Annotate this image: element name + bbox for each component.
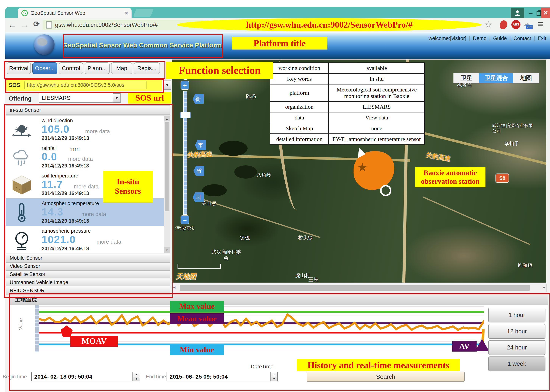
scrollbar-thumb[interactable]: [165, 122, 169, 211]
chart-title-bar: 土壤温度: [10, 294, 548, 305]
profile-button[interactable]: [511, 7, 524, 18]
close-button[interactable]: ✕: [541, 7, 550, 18]
link-demo[interactable]: Demo: [473, 35, 487, 41]
page-icon: [46, 21, 52, 28]
arrow-up-icon[interactable]: ▲: [271, 372, 277, 377]
link-contact[interactable]: Contact: [514, 35, 531, 41]
map-label: 武汉恒信源药业有限公司: [492, 123, 534, 134]
abs-adblock-icon[interactable]: ABS: [511, 20, 521, 29]
arrow-down-icon[interactable]: ▼: [133, 377, 140, 381]
search-button[interactable]: Search: [307, 371, 465, 382]
zoom-slider[interactable]: [183, 91, 187, 215]
sensor-list-scrollbar[interactable]: ▲ ▼: [164, 116, 170, 253]
map-label: 梁魏: [240, 235, 250, 241]
range-1week-button[interactable]: 1 week: [488, 357, 545, 371]
welcome-text: welcome:[visitor]: [428, 35, 466, 41]
begin-time-label: BeginTime: [3, 374, 27, 380]
layer-satellite-button[interactable]: 卫星: [454, 73, 479, 83]
end-time-stepper[interactable]: ▲▼: [270, 372, 278, 381]
begin-time-stepper[interactable]: ▲▼: [133, 372, 140, 381]
sensor-item-atmospheric-pressure[interactable]: atmospheric pressure 1021.0 more data 20…: [6, 226, 164, 253]
tab-control[interactable]: Control: [59, 62, 83, 74]
x-axis-label: DateTime: [243, 364, 281, 370]
sensor-item-atmospheric-temperature[interactable]: Atmospheric temperature 14.3 more data 2…: [6, 198, 164, 226]
zoom-in-button[interactable]: +: [181, 81, 189, 90]
link-guide[interactable]: Guide: [493, 35, 507, 41]
sos-label: SOS: [9, 82, 20, 88]
begin-time-input[interactable]: 2014- 02- 18 09: 50:04: [31, 372, 133, 381]
star-icon: ★: [357, 160, 368, 174]
map-label: 武汉庙岭村委会: [210, 249, 242, 261]
new-tab-button[interactable]: [133, 9, 154, 17]
zoom-out-button[interactable]: –: [181, 216, 189, 224]
sensor-timestamp: 2014/12/29 16:49:13: [42, 163, 89, 169]
sensor-item-rainfall[interactable]: rainfall mm 0.0 more data 2014/12/29 16:…: [6, 143, 164, 171]
min-value-annotation: Min value: [170, 344, 224, 355]
range-12hour-button[interactable]: 12 hour: [488, 324, 545, 339]
page-title: GeoSpatial Sensor Web Common Service Pla…: [62, 41, 222, 49]
more-data-link[interactable]: more data: [85, 128, 110, 135]
scrollbar-thumb[interactable]: [180, 285, 530, 291]
more-data-link[interactable]: more data: [81, 211, 106, 217]
moav-annotation: MOAV: [70, 336, 118, 347]
map-label: 李扣子: [504, 140, 519, 147]
popup-row: detailed informationFY-T1 atmospheric te…: [270, 134, 425, 145]
map-horizontal-scrollbar[interactable]: ◄ ►: [172, 284, 547, 292]
forward-icon[interactable]: →: [21, 20, 29, 30]
more-data-link[interactable]: more data: [96, 239, 121, 245]
max-value-annotation: Max value: [170, 301, 224, 312]
category-rfid-sensor[interactable]: RFID SENSOR: [6, 287, 170, 294]
tab-map[interactable]: Map: [111, 62, 132, 74]
user-icon: [514, 9, 521, 16]
zoom-slider-handle[interactable]: –: [180, 112, 191, 118]
end-time-input[interactable]: 2015- 06- 25 09: 50:04: [166, 372, 270, 381]
more-data-link[interactable]: more data: [68, 156, 93, 162]
category-video-sensor[interactable]: Video Sensor: [6, 262, 170, 270]
arrow-down-icon[interactable]: ▼: [164, 247, 170, 253]
tab-retrival[interactable]: Retrival: [7, 62, 31, 74]
category-unmanned-vehicle-image[interactable]: Unmanned Vehicle Image: [6, 279, 170, 286]
insitu-sensor-header[interactable]: in-stu Sensor: [6, 105, 170, 115]
layer-map-button[interactable]: 地图: [513, 73, 539, 83]
arrow-right-icon[interactable]: ►: [542, 285, 546, 290]
link-exit[interactable]: Exit: [538, 35, 546, 41]
map-layer-switcher: 卫星 卫星混合 地图: [453, 73, 539, 83]
arrow-left-icon[interactable]: ◄: [173, 285, 176, 290]
arrow-up-icon[interactable]: ▲: [164, 116, 170, 121]
view-data-link[interactable]: View data: [329, 112, 425, 123]
reload-icon[interactable]: ⟳: [33, 20, 40, 28]
map-label: 陈杨: [246, 93, 256, 100]
mean-value-annotation: Mean value: [170, 313, 224, 324]
bookmark-star-icon[interactable]: ☆: [485, 19, 492, 29]
popup-row: Sketch Mapnone: [270, 123, 425, 134]
sos-dropdown-button[interactable]: ▼: [164, 81, 171, 90]
url-text[interactable]: gsw.whu.edu.cn:9002/SensorWebPro/#: [55, 21, 158, 28]
more-data-link[interactable]: more data: [74, 183, 99, 190]
sensor-timestamp: 2014/12/29 16:49:13: [42, 218, 89, 224]
sensor-item-wind-direction[interactable]: wind direction 105.0 more data 2014/12/2…: [6, 115, 164, 143]
offering-select[interactable]: LIESMARS: [39, 93, 121, 103]
tab-close-icon[interactable]: ×: [125, 10, 128, 16]
arrow-up-icon[interactable]: ▲: [133, 372, 140, 377]
category-satellite-sensor[interactable]: Satellite Sensor: [6, 271, 170, 278]
marker-ring: [380, 185, 391, 196]
range-24hour-button[interactable]: 24 hour: [488, 340, 545, 355]
tab-planning[interactable]: Plann...: [85, 62, 109, 74]
offering-dropdown-button[interactable]: ▼: [113, 93, 121, 102]
tab-observation[interactable]: Obser...: [32, 62, 57, 74]
layer-hybrid-button[interactable]: 卫星混合: [479, 73, 513, 83]
category-mobile-sensor[interactable]: Mobile Sensor: [6, 254, 170, 262]
tab-registration[interactable]: Regis...: [134, 62, 160, 74]
back-icon[interactable]: ←: [8, 20, 17, 30]
range-1hour-button[interactable]: 1 hour: [488, 308, 545, 322]
browser-tab[interactable]: S GeoSpatial Sensor Web ×: [18, 8, 131, 18]
menu-icon[interactable]: ≡: [537, 19, 543, 29]
offering-label: Offering: [9, 95, 32, 102]
weathervane-icon: [11, 119, 32, 140]
sensor-timestamp: 2014/12/29 16:49:13: [42, 190, 89, 196]
arrow-down-icon[interactable]: ▼: [271, 377, 277, 381]
site-favicon-icon: S: [22, 10, 28, 16]
minimize-button[interactable]: –: [527, 7, 535, 18]
sos-url-input[interactable]: http://gsw.whu.edu.cn:8080/SOSv3.5.0/sos: [24, 81, 147, 89]
scale-bar: [178, 264, 221, 269]
